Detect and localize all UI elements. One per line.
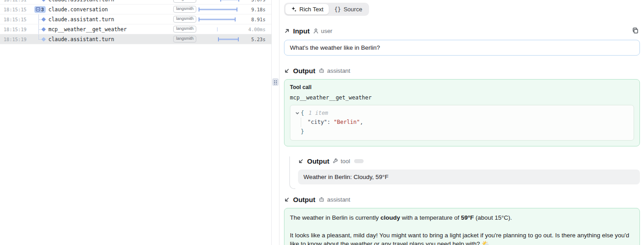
duration-label: 4.00ms — [240, 27, 271, 32]
output-role-label: assistant — [327, 67, 350, 74]
vendor-badge: langsmith — [173, 6, 196, 13]
children-count: 3 — [41, 7, 44, 12]
collapse-children-badge[interactable]: 3 — [34, 6, 46, 13]
trace-row-claude-assistant-turn-1[interactable]: 18:15:15 claude.assistant.turn langsmith… — [0, 14, 271, 24]
copy-button[interactable] — [631, 26, 640, 35]
json-key: "city" — [308, 119, 327, 125]
view-mode-tabs: Rich Text {} Source — [284, 3, 369, 16]
output-heading: Output — [293, 67, 315, 75]
arrow-down-left-icon — [284, 68, 290, 74]
tab-rich-text[interactable]: Rich Text — [285, 4, 329, 14]
duration-bar-rail — [199, 0, 240, 4]
tree-elbow-connector — [30, 34, 48, 44]
sparkle-icon — [291, 6, 297, 12]
json-open-brace: { — [301, 108, 304, 118]
braces-icon: {} — [334, 6, 341, 13]
run-detail-panel: Rich Text {} Source Input user What's th… — [279, 0, 644, 245]
duration-label: 8.91s — [240, 17, 271, 22]
trace-row-list: 18:12:31 claude.assistant.turn langsmith… — [0, 0, 271, 44]
tool-call-card: Tool call mcp__weather__get_weather { 1 … — [284, 79, 640, 146]
trace-row-claude-assistant-turn-prev[interactable]: 18:12:31 claude.assistant.turn langsmith… — [0, 0, 271, 5]
span-diamond-icon — [42, 27, 46, 32]
collapse-icon — [36, 7, 40, 12]
duration-bar-rail — [199, 5, 240, 14]
drag-handle-icon[interactable] — [272, 78, 279, 86]
tool-call-label: Tool call — [290, 84, 634, 90]
input-message-box[interactable]: What's the weather like in Berlin? — [284, 40, 640, 56]
assistant-bot-icon — [318, 68, 325, 74]
assistant-paragraph-2: It looks like a pleasant, mild day! You … — [290, 231, 634, 245]
vendor-badge: langsmith — [173, 0, 196, 3]
output-toolcall-header: Output assistant — [284, 67, 640, 75]
trace-timestamp: 18:15:15 — [0, 17, 30, 22]
langsmith-trace-view: 18:12:31 claude.assistant.turn langsmith… — [0, 0, 644, 245]
duration-bar-rail — [199, 14, 240, 24]
duration-label: 9.18s — [240, 7, 271, 12]
span-name: mcp__weather__get_weather — [48, 26, 173, 33]
output-role-label: assistant — [327, 196, 350, 203]
span-name: claude.assistant.turn — [48, 0, 173, 3]
trace-row-claude-conversation[interactable]: 18:15:15 3 claude.conversation langsmith… — [0, 5, 271, 14]
vendor-badge: langsmith — [173, 26, 196, 33]
trace-tree-panel: 18:12:31 claude.assistant.turn langsmith… — [0, 0, 272, 245]
tree-elbow-connector — [30, 0, 48, 4]
vendor-badge: langsmith — [173, 36, 196, 42]
collapsed-id-pill[interactable] — [354, 159, 364, 163]
vendor-badge: langsmith — [173, 16, 196, 23]
tab-source-label: Source — [344, 6, 362, 13]
trace-timestamp: 18:12:31 — [0, 0, 30, 2]
duration-bar-rail — [199, 34, 240, 44]
tool-call-args-json: { 1 item "city": "Berlin", } — [290, 105, 634, 141]
span-diamond-icon — [42, 37, 46, 42]
assistant-message-box: The weather in Berlin is currently cloud… — [284, 208, 640, 245]
output-heading: Output — [293, 196, 315, 203]
output-heading: Output — [307, 157, 329, 165]
assistant-paragraph-1: The weather in Berlin is currently cloud… — [290, 213, 634, 222]
panel-resizer[interactable] — [272, 0, 279, 245]
tree-connector-line — [289, 156, 295, 189]
trace-row-mcp-weather-get-weather[interactable]: 18:15:19 mcp__weather__get_weather langs… — [0, 24, 271, 34]
arrow-down-left-icon — [298, 158, 304, 164]
input-heading: Input — [293, 27, 310, 35]
span-name: claude.assistant.turn — [48, 16, 173, 23]
duration-label: 5.23s — [240, 37, 271, 42]
tab-source[interactable]: {} Source — [329, 4, 368, 14]
json-value: "Berlin" — [334, 119, 360, 125]
tree-tee-connector — [30, 24, 48, 34]
arrow-down-left-icon — [284, 197, 290, 203]
input-role-label: user — [321, 28, 332, 34]
span-name: claude.conversation — [48, 6, 173, 13]
tool-result-box: Weather in Berlin: Cloudy, 59°F — [298, 170, 640, 184]
duration-bar-rail — [199, 24, 240, 34]
span-diamond-icon — [42, 17, 46, 22]
trace-timestamp: 18:15:19 — [0, 37, 30, 42]
trace-timestamp: 18:15:19 — [0, 27, 30, 32]
copy-icon — [632, 27, 639, 34]
wrench-tool-icon — [332, 158, 338, 164]
output-role-label: tool — [341, 158, 350, 165]
span-name: claude.assistant.turn — [48, 36, 173, 42]
trace-timestamp: 18:15:15 — [0, 7, 30, 12]
assistant-bot-icon — [318, 197, 325, 203]
input-section-header: Input user — [284, 26, 640, 35]
json-close-brace: } — [301, 128, 304, 135]
trace-row-claude-assistant-turn-2-selected[interactable]: 18:15:19 claude.assistant.turn langsmith… — [0, 34, 271, 44]
tree-tee-connector — [30, 14, 48, 24]
json-collapse-chevron-icon[interactable] — [295, 111, 300, 116]
tab-rich-text-label: Rich Text — [299, 6, 323, 13]
tool-call-name: mcp__weather__get_weather — [290, 94, 634, 101]
json-items-hint: 1 item — [308, 108, 328, 118]
tool-result-section: Output tool Weather in Berlin: Cloudy, 5… — [289, 157, 640, 184]
user-icon — [313, 28, 319, 34]
output-tool-header: Output tool — [298, 157, 640, 165]
output-final-header: Output assistant — [284, 196, 640, 203]
arrow-up-right-icon — [284, 28, 290, 34]
duration-label: 3.67s — [240, 0, 271, 2]
span-diamond-icon — [42, 0, 46, 1]
